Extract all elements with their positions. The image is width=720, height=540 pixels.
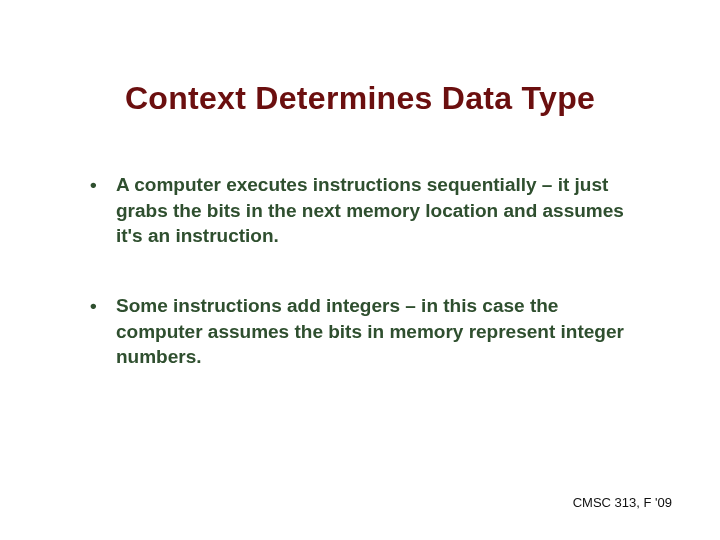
slide-title: Context Determines Data Type [70, 80, 650, 117]
list-item: Some instructions add integers – in this… [90, 293, 650, 370]
slide-container: Context Determines Data Type A computer … [0, 0, 720, 540]
slide-footer: CMSC 313, F '09 [573, 495, 672, 510]
list-item: A computer executes instructions sequent… [90, 172, 650, 249]
bullet-list: A computer executes instructions sequent… [70, 172, 650, 370]
